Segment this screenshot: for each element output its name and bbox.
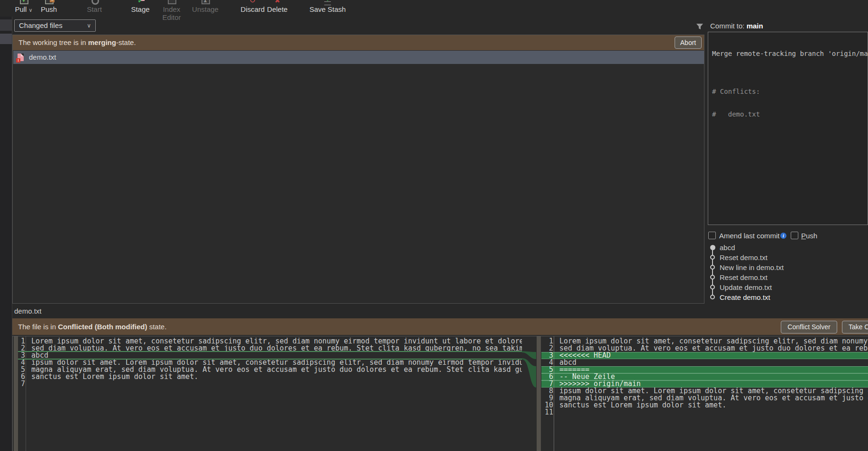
commit-history-item[interactable]: Reset demo.txt [720,272,767,282]
commit-dot [710,265,715,270]
conflict-solver-button[interactable]: Conflict Solver [781,321,837,334]
push-checkbox[interactable] [791,232,798,239]
file-name: demo.txt [29,51,56,64]
commit-to-label: Commit to: main [710,22,763,30]
toolbar-index-editor-button: Index Editor [153,0,191,16]
save-stash-icon: ↓ [323,0,332,4]
toolbar-save-stash-button[interactable]: ↓ Save Stash [308,0,347,16]
dock-handle-second[interactable] [0,34,12,44]
commit-history-item[interactable]: abcd [720,243,735,253]
diff-line: sanctus est Lorem ipsum dolor sit amet. [555,401,726,409]
conflict-marker-line [18,351,522,352]
dock-handle-top[interactable] [0,19,12,31]
conflicted-file-icon: ! [18,54,24,61]
info-icon[interactable]: i [780,233,786,239]
take-ours-button[interactable]: Take Ours [842,321,868,334]
conflicted-state-banner: The file is in Conflicted (Both modified… [12,318,868,335]
changed-files-panel: The working tree is in merging-state. Ab… [12,35,704,304]
conflict-banner-emphasis: Conflicted (Both modified) [58,323,147,331]
save-stash-label: Save Stash [310,5,346,13]
delete-label: Delete [267,5,287,13]
index-editor-label: Index Editor [162,5,181,21]
conflict-marker-line [18,359,522,360]
toolbar-start-button: Start [83,0,105,16]
right-pane-scrollbar[interactable] [536,336,541,451]
discard-icon: ↺ [248,0,257,4]
commit-message-line: Merge remote-tracking branch 'origin/mai… [712,50,868,57]
toolbar-delete-button[interactable]: ✖ Delete [266,0,288,16]
commit-message-comment: # Conflicts: [712,88,868,95]
merging-banner-prefix: The working tree is in [18,38,88,46]
merging-banner-suffix: -state. [116,38,136,46]
diff-line [555,408,559,416]
abort-button[interactable]: Abort [675,36,702,49]
commit-dot-head [710,245,715,250]
conflict-banner-prefix: The file is in [18,323,58,331]
start-icon [90,0,99,4]
amend-last-commit-checkbox[interactable] [708,232,716,239]
commit-history-item[interactable]: Reset demo.txt [720,253,767,262]
commit-dot [710,255,715,260]
commit-message-comment: # demo.txt [712,110,868,118]
detail-filename-label: demo.txt [14,306,42,317]
current-branch: main [747,22,763,30]
start-label: Start [87,5,102,13]
push-icon: 1 [45,0,53,4]
commit-dot [710,285,715,289]
unstage-icon: ▴ [201,0,210,4]
stage-label: Stage [131,5,149,13]
toolbar-pull-button[interactable]: ▾ Pull ∨ [11,0,36,16]
diff-line: sanctus est Lorem ipsum dolor sit amet. [27,372,198,381]
commit-history-item[interactable]: Update demo.txt [720,282,772,292]
merging-state-banner: The working tree is in merging-state. Ab… [13,35,704,50]
discard-label: Discard [241,5,265,13]
conflict-banner-suffix: state. [147,323,167,331]
toolbar-unstage-button: ▴ Unstage [192,0,219,16]
toolbar-stage-button[interactable]: ✔ Stage [129,0,152,16]
toolbar-discard-button[interactable]: ↺ Discard [240,0,265,16]
files-filter-value: Changed files [19,21,63,29]
app-window: ▾ Pull ∨ 1 Push Start ✔ Stage Index Edit… [0,0,868,451]
index-editor-icon [167,0,176,4]
unstage-label: Unstage [192,5,219,13]
diff-left-pane: 1Lorem ipsum dolor sit amet, consetetur … [13,336,522,451]
diff-line [27,379,31,388]
conflict-badge-icon: ! [16,58,20,63]
commit-history-item[interactable]: Create demo.txt [720,292,770,302]
right-gutter-separator [554,336,554,451]
merging-banner-emphasis: merging [88,38,116,46]
commit-dot [710,295,715,299]
filter-funnel-icon[interactable] [696,23,704,30]
chevron-down-icon: ∨ [87,20,91,31]
toolbar-push-button[interactable]: 1 Push [38,0,60,16]
left-dock-strip [0,17,12,451]
diff-right-pane: 1Lorem ipsum dolor sit amet, consetetur … [536,336,868,451]
delete-icon: ✖ [273,0,282,4]
files-filter-dropdown[interactable]: Changed files ∨ [14,19,96,32]
commit-history-item[interactable]: New line in demo.txt [720,262,784,272]
push-checkbox-label: Push [801,232,817,240]
push-label: Push [41,5,57,13]
diff-view: 1Lorem ipsum dolor sit amet, consetetur … [12,336,868,451]
commit-dot [710,275,715,280]
file-list-item-demo-txt[interactable]: ! demo.txt [13,51,704,64]
pull-chevron-icon: ∨ [29,7,33,13]
diff-connector-wave [522,336,536,451]
push-count-badge: 1 [50,0,55,2]
amend-last-commit-label: Amend last commit [719,232,780,240]
pull-icon: ▾ [19,0,28,4]
commit-message-input[interactable]: Merge remote-tracking branch 'origin/mai… [708,32,868,225]
stage-icon: ✔ [136,0,145,4]
pull-label: Pull [15,5,27,13]
